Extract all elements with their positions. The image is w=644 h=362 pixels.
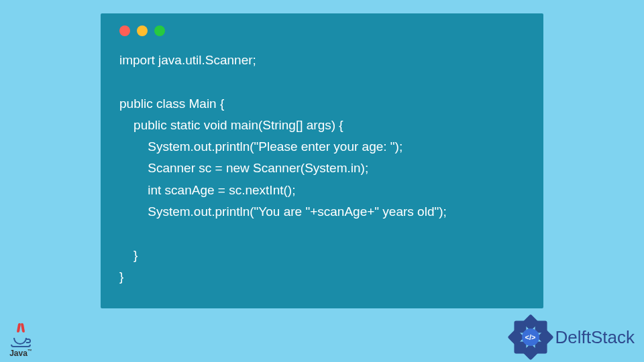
code-line: int scanAge = sc.nextInt(); xyxy=(119,183,295,197)
delftstack-logo: </> DelftStack xyxy=(510,316,635,358)
code-window: import java.util.Scanner; public class M… xyxy=(101,13,543,308)
code-line: Scanner sc = new Scanner(System.in); xyxy=(119,161,368,175)
java-tm: ™ xyxy=(28,349,32,353)
code-line: import java.util.Scanner; xyxy=(119,53,256,67)
java-cup-icon xyxy=(11,327,31,347)
minimize-icon xyxy=(137,25,148,36)
java-word: Java xyxy=(9,349,28,358)
code-line: public class Main { xyxy=(119,97,224,111)
code-block: import java.util.Scanner; public class M… xyxy=(119,50,525,288)
maximize-icon xyxy=(154,25,165,36)
delftstack-badge-icon: </> xyxy=(510,316,551,358)
code-line: System.out.println("You are "+scanAge+" … xyxy=(119,204,447,219)
java-logo: Java™ xyxy=(5,320,36,358)
java-logo-text: Java™ xyxy=(9,349,32,358)
close-icon xyxy=(119,25,130,36)
code-line: } xyxy=(119,269,123,284)
code-line: public static void main(String[] args) { xyxy=(119,118,343,132)
code-line: } xyxy=(119,248,138,262)
traffic-lights xyxy=(119,25,525,36)
delftstack-text: DelftStack xyxy=(555,327,635,348)
code-bracket-icon: </> xyxy=(522,328,539,346)
code-line: System.out.println("Please enter your ag… xyxy=(119,139,402,154)
